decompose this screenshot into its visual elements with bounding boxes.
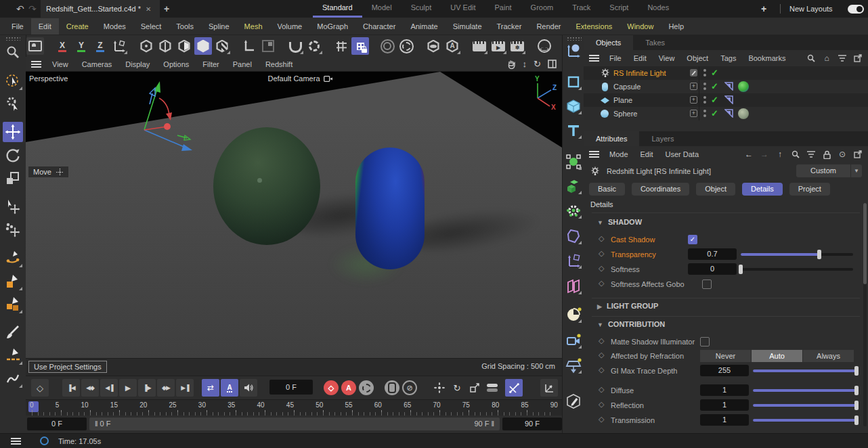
key-diamond-icon[interactable]: ◇ <box>599 264 604 273</box>
matte-shadow-checkbox[interactable] <box>700 337 710 346</box>
key-rotation-button[interactable]: ↻ <box>448 379 466 397</box>
layout-tab[interactable]: Sculpt <box>402 0 441 18</box>
target-icon[interactable]: ⊙ <box>838 150 847 159</box>
refraction-always-button[interactable]: Always <box>803 350 854 362</box>
layout-tab[interactable]: Paint <box>485 0 521 18</box>
material-swatch[interactable] <box>738 81 749 92</box>
gi-max-trace-field[interactable]: 255 <box>700 365 749 376</box>
edges-mode-icon[interactable] <box>156 37 174 55</box>
contribution-group-header[interactable]: ▼CONTRIBUTION <box>597 320 665 328</box>
next-key-button[interactable]: ◆▶ <box>157 379 175 397</box>
transmission-slider[interactable] <box>753 413 856 428</box>
menu-item[interactable]: Help <box>661 18 691 35</box>
material-swatch[interactable] <box>738 108 749 119</box>
undo-icon[interactable]: ↶ <box>16 0 24 18</box>
deformer-bend-icon[interactable] <box>565 227 582 245</box>
visibility-dots-icon[interactable] <box>703 83 706 85</box>
volume-builder-icon[interactable] <box>565 177 582 195</box>
timeline-ruler[interactable]: 051015202530354045505560657075808590 <box>26 399 562 416</box>
loop-mode-button[interactable]: ⇄ <box>202 379 219 397</box>
menu-item[interactable]: Window <box>620 18 661 35</box>
render-view-icon[interactable] <box>471 37 488 55</box>
enabled-check-icon[interactable]: ✓ <box>711 66 718 80</box>
viewport-menu-item[interactable]: Panel <box>226 57 259 72</box>
section-tab[interactable]: Coordinates <box>632 183 689 196</box>
object-row-capsule[interactable]: Capsule + ✓ <box>584 80 868 93</box>
object-name[interactable]: Plane <box>613 93 632 107</box>
move-tool-icon[interactable] <box>3 122 23 142</box>
home-icon[interactable]: ⌂ <box>822 53 831 63</box>
range-start-field[interactable]: 0 F <box>27 418 87 430</box>
antialiasing-hex-icon[interactable]: A <box>443 37 461 55</box>
render-settings-gear-circle-icon[interactable] <box>397 37 415 55</box>
pen-primitives-icon[interactable] <box>3 294 23 314</box>
view-label[interactable]: Perspective <box>29 74 68 83</box>
forward-arrow-icon[interactable]: → <box>760 150 769 159</box>
grid-icon[interactable] <box>332 37 350 55</box>
menu-item[interactable]: Animate <box>403 18 445 35</box>
sphere-object[interactable] <box>213 127 320 245</box>
layout-tab[interactable]: Groom <box>521 0 563 18</box>
instance-symmetry-icon[interactable] <box>565 277 582 295</box>
filter-icon[interactable] <box>806 150 816 159</box>
reflection-field[interactable]: 1 <box>700 399 749 411</box>
objects-panel-tab[interactable]: Objects <box>584 35 633 50</box>
cube-primitive-icon[interactable] <box>565 97 582 115</box>
add-document-button[interactable]: + <box>164 0 169 18</box>
menu-item[interactable]: Character <box>355 18 403 35</box>
visibility-dots-icon[interactable] <box>703 110 706 112</box>
key-diamond-icon[interactable]: ◇ <box>599 400 604 409</box>
objects-menu-item[interactable]: Bookmarks <box>742 50 791 66</box>
section-tab[interactable]: Details <box>742 183 783 196</box>
viewport-menu-item[interactable]: View <box>45 57 75 72</box>
layout-tab[interactable]: UV Edit <box>441 0 485 18</box>
menu-item[interactable]: Extensions <box>568 18 620 35</box>
fcurve-editor-button[interactable] <box>540 379 558 397</box>
viewport-menu-item[interactable]: Filter <box>196 57 225 72</box>
pan-hand-icon[interactable] <box>507 60 516 69</box>
eye-visibility-hex-icon[interactable] <box>425 37 442 55</box>
sketch-spline-icon[interactable] <box>3 271 23 291</box>
diffuse-slider[interactable] <box>753 383 856 398</box>
null-axis-icon[interactable] <box>565 252 582 269</box>
shadow-group-header[interactable]: ▼SHADOW <box>597 218 642 226</box>
key-pla-button[interactable] <box>505 379 523 397</box>
spline-object-icon[interactable] <box>565 42 582 60</box>
text-object-icon[interactable] <box>565 122 582 139</box>
material-manager-icon[interactable] <box>536 37 553 55</box>
mouse-record-button[interactable] <box>385 380 399 395</box>
refraction-auto-button[interactable]: Auto <box>752 350 802 362</box>
search-icon[interactable] <box>806 53 816 63</box>
scale-tool-icon[interactable] <box>3 168 23 188</box>
current-frame-field[interactable]: 0 F <box>269 380 313 395</box>
world-coordinates-icon[interactable] <box>240 37 258 55</box>
menu-item[interactable]: Spline <box>201 18 237 35</box>
search-commander-icon[interactable] <box>3 42 23 62</box>
attributes-menu-item[interactable]: Mode <box>603 146 634 162</box>
mograph-cloner-icon[interactable] <box>565 153 582 171</box>
points-mode-icon[interactable] <box>137 37 155 55</box>
generator-gear-icon[interactable] <box>565 202 582 219</box>
key-position-button[interactable] <box>431 379 448 397</box>
refraction-never-button[interactable]: Never <box>700 350 751 362</box>
sound-button[interactable] <box>240 379 257 397</box>
layout-tab[interactable]: Nodes <box>638 0 678 18</box>
range-end-field[interactable]: 90 F <box>502 418 562 430</box>
prev-frame-button[interactable]: ◀▐ <box>100 379 118 397</box>
record-keyframe-button[interactable]: ◇ <box>324 380 339 395</box>
viewport-canvas[interactable]: Y Z X Perspective Default Camera Move Us… <box>26 72 562 376</box>
viewport-menu-item[interactable]: Options <box>156 57 196 72</box>
grid-snap-lock-icon[interactable] <box>351 37 369 55</box>
play-button[interactable]: ▶ <box>119 379 137 397</box>
menu-item[interactable]: Modes <box>96 18 133 35</box>
texture-mode-icon[interactable] <box>213 37 231 55</box>
capsule-object[interactable] <box>355 148 425 269</box>
softness-gobo-checkbox[interactable] <box>702 279 712 289</box>
interactive-render-region-icon[interactable] <box>378 37 396 55</box>
visibility-dots-icon[interactable] <box>703 69 706 72</box>
camera-object-icon[interactable] <box>565 332 582 349</box>
document-tab[interactable]: Redshift_Gett...Started.c4d * ✕ <box>41 0 160 18</box>
attributes-panel-tab[interactable]: Attributes <box>584 131 639 146</box>
cast-shadow-checkbox[interactable]: ✓ <box>688 235 697 244</box>
lock-icon[interactable] <box>822 150 831 159</box>
